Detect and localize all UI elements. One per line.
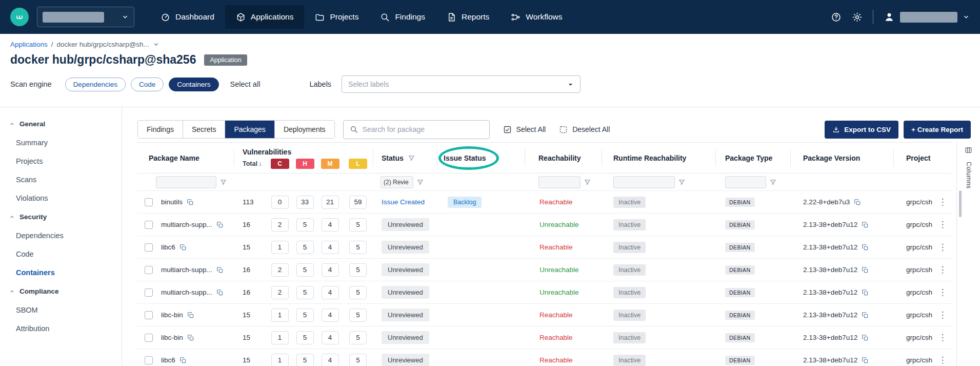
status-value[interactable]: Unreviewed <box>382 354 429 366</box>
deselect-all-button[interactable]: Deselect All <box>559 125 610 134</box>
severity-medium-badge[interactable]: M <box>321 159 339 169</box>
copy-icon[interactable] <box>187 199 194 206</box>
row-menu-button[interactable]: ⋮ <box>933 326 952 349</box>
package-name-filter-input[interactable] <box>156 176 216 188</box>
copy-icon[interactable] <box>179 244 187 251</box>
scan-select-all[interactable]: Select all <box>230 80 261 88</box>
tab-secrets[interactable]: Secrets <box>183 121 225 138</box>
copy-icon[interactable] <box>862 334 869 341</box>
nav-item-findings[interactable]: Findings <box>369 5 436 29</box>
row-menu-button[interactable]: ⋮ <box>933 191 952 213</box>
row-checkbox[interactable] <box>145 334 153 342</box>
tab-findings[interactable]: Findings <box>138 121 183 138</box>
vertical-scrollbar-thumb[interactable] <box>959 190 962 217</box>
project-link[interactable]: grpc/csh <box>894 281 933 303</box>
row-menu-button[interactable]: ⋮ <box>933 281 952 303</box>
sidebar-item-sbom[interactable]: SBOM <box>0 301 122 319</box>
reachability-filter-input[interactable] <box>538 176 581 188</box>
project-link[interactable]: grpc/csh <box>894 214 933 236</box>
brand-logo[interactable] <box>10 8 29 26</box>
scan-pill-code[interactable]: Code <box>131 78 164 91</box>
severity-low-badge[interactable]: L <box>349 159 367 169</box>
status-value[interactable]: Unreviewed <box>382 218 429 231</box>
package-name[interactable]: multiarch-supp... <box>161 221 212 228</box>
gear-icon[interactable] <box>852 12 863 23</box>
package-name[interactable]: libc6 <box>161 356 175 364</box>
status-value[interactable]: Unreviewed <box>382 286 429 299</box>
filter-funnel-icon[interactable] <box>408 155 415 161</box>
sort-desc-icon[interactable]: ↓ <box>258 160 262 167</box>
row-checkbox[interactable] <box>145 243 153 252</box>
copy-icon[interactable] <box>216 289 224 296</box>
vulnerabilities-title[interactable]: Vulnerabilities <box>234 148 373 156</box>
copy-icon[interactable] <box>216 266 224 274</box>
column-header-status[interactable]: Status <box>373 143 437 173</box>
sidebar-section-general[interactable]: General <box>0 114 122 133</box>
package-name[interactable]: multiarch-supp... <box>161 266 212 274</box>
project-link[interactable]: grpc/csh <box>894 236 933 258</box>
columns-table-icon[interactable] <box>965 146 972 154</box>
nav-item-dashboard[interactable]: Dashboard <box>150 5 225 29</box>
row-checkbox[interactable] <box>145 311 153 319</box>
sidebar-item-scans[interactable]: Scans <box>0 170 122 189</box>
runtime-reachability-filter-input[interactable] <box>613 176 675 188</box>
severity-critical-badge[interactable]: C <box>271 159 289 169</box>
org-selector-dropdown[interactable] <box>37 7 134 27</box>
nav-item-workflows[interactable]: Workflows <box>500 5 573 29</box>
copy-icon[interactable] <box>862 221 869 228</box>
create-report-button[interactable]: + Create Report <box>904 121 971 139</box>
row-menu-button[interactable]: ⋮ <box>933 349 952 366</box>
filter-funnel-icon[interactable] <box>220 179 227 185</box>
copy-icon[interactable] <box>862 312 869 319</box>
filter-funnel-icon[interactable] <box>584 179 591 185</box>
row-checkbox[interactable] <box>145 221 153 229</box>
package-name[interactable]: libc6 <box>161 243 175 251</box>
status-value[interactable]: Unreviewed <box>382 263 429 276</box>
status-value[interactable]: Unreviewed <box>382 309 429 321</box>
filter-funnel-icon[interactable] <box>417 179 424 185</box>
tab-deployments[interactable]: Deployments <box>275 121 334 138</box>
row-menu-button[interactable]: ⋮ <box>933 304 952 326</box>
total-subheader[interactable]: Total↓ <box>234 160 267 167</box>
sidebar-item-violations[interactable]: Violations <box>0 189 122 207</box>
chevron-down-icon[interactable] <box>153 41 159 48</box>
sidebar-item-summary[interactable]: Summary <box>0 133 122 152</box>
breadcrumb-applications-link[interactable]: Applications <box>10 41 48 48</box>
column-header-package-type[interactable]: Package Type <box>716 143 791 173</box>
labels-select-dropdown[interactable]: Select labels <box>342 75 581 93</box>
tab-packages[interactable]: Packages <box>225 121 274 138</box>
status-value[interactable]: Unreviewed <box>382 241 429 254</box>
copy-icon[interactable] <box>187 312 194 319</box>
copy-icon[interactable] <box>187 334 194 341</box>
project-link[interactable]: grpc/csh <box>894 349 933 366</box>
columns-strip-label[interactable]: Columns <box>965 162 972 189</box>
sidebar-item-projects[interactable]: Projects <box>0 152 122 170</box>
copy-icon[interactable] <box>862 357 869 364</box>
column-header-runtime-reachability[interactable]: Runtime Reachability <box>602 143 716 173</box>
sidebar-item-code[interactable]: Code <box>0 245 122 263</box>
user-menu[interactable] <box>884 11 970 23</box>
sidebar-item-attribution[interactable]: Attribution <box>0 319 122 338</box>
filter-funnel-icon[interactable] <box>770 179 776 185</box>
sidebar-section-security[interactable]: Security <box>0 207 122 226</box>
row-checkbox[interactable] <box>145 356 153 364</box>
select-all-button[interactable]: Select All <box>503 125 546 134</box>
severity-high-badge[interactable]: H <box>296 159 314 169</box>
nav-item-reports[interactable]: Reports <box>436 5 500 29</box>
copy-icon[interactable] <box>862 266 869 274</box>
search-input[interactable] <box>363 125 483 133</box>
package-name[interactable]: libc-bin <box>161 334 183 341</box>
scan-pill-containers[interactable]: Containers <box>169 78 218 91</box>
column-header-project[interactable]: Project <box>894 143 933 173</box>
column-header-issue-status[interactable]: Issue Status <box>437 143 525 173</box>
project-link[interactable]: grpc/csh <box>894 191 933 213</box>
row-checkbox[interactable] <box>145 198 153 206</box>
sidebar-section-compliance[interactable]: Compliance <box>0 282 122 301</box>
copy-icon[interactable] <box>216 221 224 228</box>
package-name[interactable]: libc-bin <box>161 311 183 319</box>
column-header-package-name[interactable]: Package Name <box>137 143 234 173</box>
copy-icon[interactable] <box>179 357 187 364</box>
project-link[interactable]: grpc/csh <box>894 259 933 281</box>
sidebar-item-dependencies[interactable]: Dependencies <box>0 226 122 245</box>
scan-pill-dependencies[interactable]: Dependencies <box>65 78 126 91</box>
